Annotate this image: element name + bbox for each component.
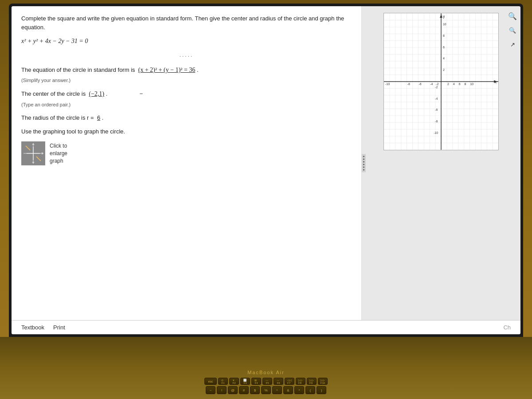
enlarge-graph-button[interactable]: Click to enlarge graph [21, 141, 352, 165]
right-panel: 🔍 🔍 ↗ [362, 6, 520, 320]
center-label: The center of the circle is [21, 90, 86, 97]
key-f10[interactable]: ▷▷F10 [318, 378, 328, 385]
bottom-bar: Textbook Print Ch [12, 320, 520, 334]
svg-text:x: x [495, 80, 497, 84]
svg-text:2: 2 [447, 82, 449, 86]
key-f5[interactable]: ⋯F5 [262, 378, 272, 385]
key-hash[interactable]: # [239, 386, 249, 394]
key-amp[interactable]: & [283, 386, 293, 394]
key-dollar[interactable]: $ [250, 386, 260, 394]
svg-text:10: 10 [470, 82, 473, 86]
svg-text:y: y [443, 14, 445, 19]
laptop-body: Complete the square and write the given … [0, 0, 532, 399]
main-equation: x² + y² + 4x − 2y − 31 = 0 [21, 38, 352, 45]
key-f3[interactable]: ⬜F3 [240, 378, 250, 385]
standard-form-value: (x + 2)² + (y − 1)² = 36 [138, 66, 196, 73]
graph-container[interactable]: y x -10 -8 -6 -4 -2 2 4 [383, 13, 499, 150]
svg-text:-8: -8 [435, 120, 438, 123]
svg-text:-2: -2 [435, 86, 438, 89]
zoom-icon[interactable]: 🔍 [507, 25, 518, 35]
enlarge-text: Click to enlarge graph [50, 142, 67, 164]
svg-text:-6: -6 [419, 82, 421, 86]
key-star[interactable]: * [294, 386, 304, 394]
key-f4[interactable]: ⊞F4 [251, 378, 261, 385]
key-at[interactable]: @ [228, 386, 238, 394]
content-area: Complete the square and write the given … [12, 6, 520, 320]
textbook-link[interactable]: Textbook [21, 324, 44, 331]
key-caret[interactable]: ^ [272, 386, 282, 394]
svg-text:8: 8 [465, 82, 466, 86]
svg-text:8: 8 [443, 34, 445, 37]
search-icon[interactable]: 🔍 [507, 11, 518, 21]
key-excl[interactable]: ! [217, 386, 227, 394]
graphing-instruction: Use the graphing tool to graph the circl… [21, 127, 352, 137]
svg-text:-4: -4 [430, 82, 433, 86]
svg-text:-6: -6 [435, 108, 438, 111]
svg-text:10: 10 [443, 23, 446, 26]
svg-text:6: 6 [443, 46, 445, 49]
chapter-indicator: Ch [503, 324, 511, 331]
right-icons: 🔍 🔍 ↗ [507, 11, 518, 50]
center-line: The center of the circle is (−2,1) . − [21, 89, 352, 99]
key-f9[interactable]: ▷▷F9 [307, 378, 317, 385]
vertical-dots-bar [362, 154, 366, 172]
standard-form-label: The equation of the circle in standard f… [21, 66, 135, 73]
graph-thumbnail [21, 141, 45, 165]
key-lparen[interactable]: ( [305, 386, 315, 394]
left-panel: Complete the square and write the given … [12, 6, 362, 320]
radius-value: 6 [97, 114, 100, 121]
key-f6[interactable]: ⋯F6 [274, 378, 283, 385]
keyboard-area: MacBook Air esc ⊙F1 ☀F2 ⬜F3 ⊞F4 ⋯F5 ⋯F6 … [0, 337, 532, 399]
radius-line: The radius of the circle is r = 6 . [21, 113, 352, 123]
svg-text:-10: -10 [385, 82, 390, 86]
print-link[interactable]: Print [53, 324, 65, 331]
divider-dots: ..... [21, 52, 352, 58]
key-tilde[interactable]: ~ [206, 386, 215, 394]
external-link-icon[interactable]: ↗ [507, 39, 518, 50]
center-note: (Type an ordered pair.) [21, 102, 352, 107]
radius-label: The radius of the circle is r = [21, 114, 94, 121]
screen: Complete the square and write the given … [12, 6, 520, 334]
char-key-row: ~ ! @ # $ % ^ & * ( ) [206, 386, 326, 394]
center-value: (−2,1) [89, 90, 104, 97]
key-rparen[interactable]: ) [317, 386, 326, 394]
fn-key-row: esc ⊙F1 ☀F2 ⬜F3 ⊞F4 ⋯F5 ⋯F6 ◁◁F7 ▷▷F8 ▷▷… [204, 378, 328, 385]
simplify-note: (Simplify your answer.) [21, 78, 352, 83]
svg-text:2: 2 [443, 68, 445, 71]
key-esc[interactable]: esc [204, 378, 217, 385]
svg-text:-8: -8 [407, 82, 410, 86]
problem-statement: Complete the square and write the given … [21, 14, 352, 31]
graph-svg: y x -10 -8 -6 -4 -2 2 4 [384, 13, 498, 150]
key-f1[interactable]: ⊙F1 [218, 378, 228, 385]
standard-form-line: The equation of the circle in standard f… [21, 65, 352, 75]
key-percent[interactable]: % [261, 386, 271, 394]
key-f8[interactable]: ▷▷F8 [296, 378, 305, 385]
svg-text:-4: -4 [435, 97, 438, 100]
macbook-label: MacBook Air [247, 370, 285, 375]
key-f2[interactable]: ☀F2 [229, 378, 239, 385]
svg-text:6: 6 [459, 82, 461, 86]
screen-bezel: Complete the square and write the given … [9, 4, 523, 337]
svg-text:4: 4 [443, 57, 445, 60]
svg-text:-2: -2 [436, 82, 438, 86]
key-f7[interactable]: ◁◁F7 [285, 378, 294, 385]
svg-text:-10: -10 [434, 131, 438, 134]
svg-text:4: 4 [453, 82, 455, 86]
